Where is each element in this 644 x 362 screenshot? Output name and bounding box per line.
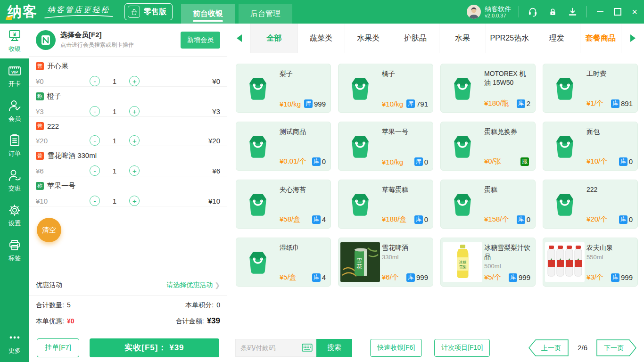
cart-item-total: ¥0 bbox=[212, 77, 220, 85]
cart-item-price: ¥6 bbox=[36, 167, 74, 175]
product-subtitle: 330ml bbox=[382, 254, 428, 261]
main-mode-tabs: 前台收银 后台管理 bbox=[181, 4, 292, 24]
cart-item-qty: 1 bbox=[107, 197, 123, 205]
bag-icon bbox=[339, 122, 382, 170]
sidebar-item-settings[interactable]: 设置 bbox=[0, 198, 29, 233]
edition-badge-label: 零售版 bbox=[144, 7, 166, 17]
increase-qty-button[interactable]: + bbox=[129, 76, 140, 86]
product-card[interactable]: 橘子 ¥10/kg 库 791 bbox=[338, 64, 433, 113]
decrease-qty-button[interactable]: - bbox=[90, 106, 100, 116]
maximize-icon[interactable] bbox=[614, 8, 621, 16]
cart-item: 普 222 ¥20 - 1 + ¥20 bbox=[29, 117, 227, 146]
increase-qty-button[interactable]: + bbox=[129, 135, 140, 146]
product-card[interactable]: 农夫山泉 550ml ¥3/个 库 999 bbox=[543, 238, 638, 287]
product-card[interactable]: MOTOREX 机油 15W50 ¥180/瓶 库 2 bbox=[440, 64, 536, 113]
category-scroll-left-button[interactable] bbox=[228, 24, 250, 53]
product-card[interactable]: 草莓蛋糕 ¥188/盒 库 0 bbox=[338, 180, 433, 229]
avatar bbox=[467, 5, 481, 19]
cart-item-price: ¥20 bbox=[36, 137, 74, 145]
checkout-button[interactable]: 实收[F5]： ¥39 bbox=[90, 338, 219, 357]
product-card[interactable]: 测试商品 ¥0.01/个 库 0 bbox=[236, 122, 331, 171]
product-card[interactable]: 雪花 雪花啤酒 330ml ¥6/个 库 999 bbox=[338, 238, 433, 287]
product-price: ¥58/盒 bbox=[280, 215, 312, 224]
sidebar-item-more[interactable]: 更多 bbox=[0, 325, 29, 360]
stock-count: 999 bbox=[621, 273, 633, 281]
member-select-title: 选择会员[F2] bbox=[60, 31, 134, 40]
cart-item-name: 开心果 bbox=[47, 62, 68, 71]
prev-page-button[interactable]: 上一页 bbox=[528, 339, 569, 356]
cart-item-qty: 1 bbox=[107, 77, 123, 85]
category-tab[interactable]: 水果 bbox=[439, 24, 486, 53]
product-card[interactable]: 苹果一号 ¥10/kg 库 0 bbox=[338, 122, 433, 171]
barcode-input[interactable] bbox=[239, 344, 299, 352]
product-card[interactable]: 冰糖雪梨 冰糖雪梨梨汁饮品 500mL ¥5/个 库 999 bbox=[440, 238, 536, 287]
decrease-qty-button[interactable]: - bbox=[90, 196, 100, 206]
decrease-qty-button[interactable]: - bbox=[90, 165, 100, 176]
stock-count: 0 bbox=[424, 158, 428, 166]
quick-cashier-button[interactable]: 快速收银[F6] bbox=[370, 339, 422, 357]
product-card[interactable]: 湿纸巾 ¥5/盒 库 4 bbox=[236, 238, 331, 287]
beer-can-photo: 雪花 bbox=[339, 238, 382, 286]
download-icon[interactable] bbox=[566, 6, 578, 18]
cart-item-total: ¥20 bbox=[208, 137, 220, 145]
product-name: 草莓蛋糕 bbox=[382, 185, 428, 194]
category-tab[interactable]: 护肤品 bbox=[392, 24, 439, 53]
cart-item-list: 普 开心果 ¥0 - 1 + ¥0 称 橙子 ¥3 bbox=[29, 57, 227, 206]
promo-select-link[interactable]: 请选择优惠活动 bbox=[166, 281, 213, 289]
decrease-qty-button[interactable]: - bbox=[90, 76, 100, 86]
customer-service-icon[interactable] bbox=[527, 6, 539, 18]
member-select-row[interactable]: 选择会员[F2] 点击进行会员搜索或刷卡操作 新增会员 bbox=[29, 24, 227, 57]
search-button[interactable]: 搜索 bbox=[316, 339, 352, 357]
member-card-icon bbox=[36, 30, 56, 50]
product-card[interactable]: 蛋糕兑换券 ¥0/张 服 bbox=[440, 122, 536, 171]
product-card[interactable]: 蛋糕 ¥158/个 库 0 bbox=[440, 180, 536, 229]
category-tab[interactable]: 全部 bbox=[250, 24, 297, 53]
stock-badge: 库 bbox=[312, 157, 321, 166]
product-name: 蛋糕 bbox=[484, 185, 530, 194]
cart-item-total: ¥3 bbox=[212, 107, 220, 115]
sidebar-item-open-card[interactable]: VIP 开卡 bbox=[0, 58, 29, 93]
stock-count: 4 bbox=[322, 215, 326, 223]
close-icon[interactable]: × bbox=[632, 7, 637, 16]
promo-row[interactable]: 优惠活动 请选择优惠活动 ❯ bbox=[29, 275, 227, 295]
product-card[interactable]: 222 ¥20/个 库 0 bbox=[543, 180, 638, 229]
category-tab[interactable]: 套餐商品 bbox=[580, 24, 621, 53]
tab-front-cashier[interactable]: 前台收银 bbox=[181, 4, 235, 24]
sidebar-item-cashier[interactable]: ¥ 收银 bbox=[0, 24, 29, 58]
product-card[interactable]: 工时费 ¥1/个 库 891 bbox=[543, 64, 638, 113]
chevron-right-icon: ❯ bbox=[215, 281, 220, 289]
decrease-qty-button[interactable]: - bbox=[90, 135, 100, 146]
lock-icon[interactable] bbox=[546, 6, 559, 18]
cart-item: 称 橙子 ¥3 - 1 + ¥3 bbox=[29, 87, 227, 117]
product-card[interactable]: 梨子 ¥10/kg 库 999 bbox=[236, 64, 331, 113]
cart-item-price: ¥0 bbox=[36, 77, 74, 85]
sidebar-item-label-print[interactable]: 标签 bbox=[0, 233, 29, 268]
clear-cart-button[interactable]: 清空 bbox=[37, 218, 61, 242]
product-subtitle: 550ml bbox=[586, 254, 633, 261]
product-card[interactable]: 夹心海苔 ¥58/盒 库 4 bbox=[236, 180, 331, 229]
increase-qty-button[interactable]: + bbox=[129, 196, 140, 206]
category-tab[interactable]: 水果类 bbox=[345, 24, 392, 53]
svg-text:¥: ¥ bbox=[13, 32, 17, 37]
category-tab[interactable]: 理发 bbox=[533, 24, 580, 53]
sidebar-item-shift[interactable]: 交班 bbox=[0, 163, 29, 198]
sidebar-item-orders[interactable]: 订单 bbox=[0, 128, 29, 163]
category-scroll-right-button[interactable] bbox=[621, 24, 644, 53]
count-item-button[interactable]: 计次项目[F10] bbox=[434, 339, 490, 357]
next-page-button[interactable]: 下一页 bbox=[596, 339, 636, 356]
stock-count: 999 bbox=[314, 100, 326, 108]
increase-qty-button[interactable]: + bbox=[129, 106, 140, 116]
minimize-icon[interactable] bbox=[597, 11, 603, 12]
tab-back-admin[interactable]: 后台管理 bbox=[239, 4, 292, 24]
cart-item: 普 开心果 ¥0 - 1 + ¥0 bbox=[29, 57, 227, 87]
category-tab[interactable]: PPR25热水 bbox=[486, 24, 533, 53]
keyboard-icon[interactable] bbox=[302, 344, 313, 352]
product-name: 梨子 bbox=[280, 69, 326, 78]
product-card[interactable]: 面包 ¥10/个 库 0 bbox=[543, 122, 638, 171]
sidebar-item-member[interactable]: 会员 bbox=[0, 93, 29, 128]
increase-qty-button[interactable]: + bbox=[129, 165, 140, 176]
add-member-button[interactable]: 新增会员 bbox=[181, 32, 220, 49]
category-tab[interactable]: 蔬菜类 bbox=[297, 24, 345, 53]
user-account[interactable]: 纳客软件 v2.0.0.37 bbox=[467, 5, 511, 19]
hold-order-button[interactable]: 挂单[F7] bbox=[37, 338, 79, 357]
